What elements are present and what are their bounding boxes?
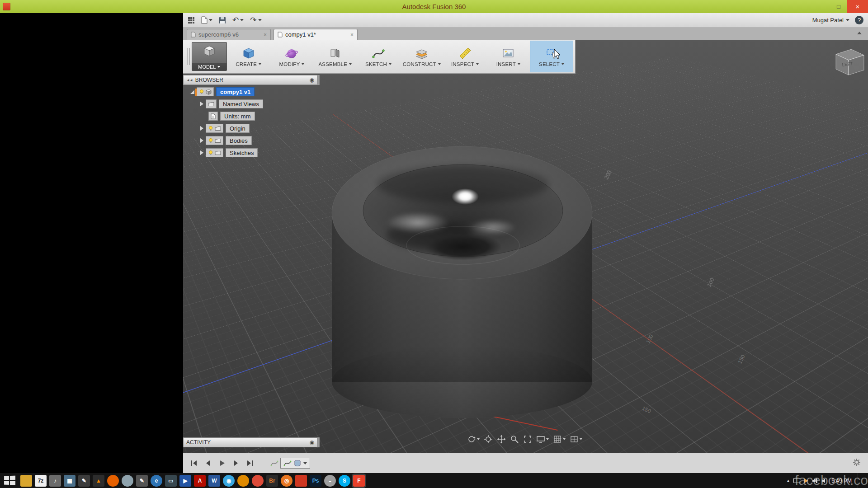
taskbar-icon-photo-viewer[interactable]: ▦ bbox=[64, 475, 75, 487]
ribbon-inspect[interactable]: INSPECT bbox=[443, 41, 487, 72]
taskbar-icon-fusion-360[interactable]: F bbox=[353, 475, 365, 487]
panel-options-icon[interactable]: ◉ bbox=[310, 77, 314, 83]
taskbar-icon-screen-recorder[interactable]: ▭ bbox=[165, 475, 177, 487]
step-forward-button[interactable] bbox=[231, 458, 241, 469]
taskbar-icon-chrome[interactable] bbox=[252, 475, 264, 487]
model-body-cylinder[interactable] bbox=[183, 40, 744, 446]
ribbon-construct[interactable]: CONSTRUCT bbox=[400, 41, 443, 72]
skip-start-button[interactable] bbox=[189, 458, 199, 469]
redo-icon[interactable]: ↷ bbox=[250, 16, 261, 24]
taskbar-icon-photoshop[interactable]: Ps bbox=[310, 475, 321, 487]
taskbar-icon-7zip[interactable]: 7z bbox=[35, 475, 47, 487]
timeline-feature-sketch-2[interactable] bbox=[283, 459, 292, 467]
browser-item-label[interactable]: compy1 v1 bbox=[216, 87, 255, 96]
play-button[interactable] bbox=[217, 458, 227, 469]
taskbar-icon-adobe-reader[interactable]: A bbox=[194, 475, 206, 487]
grid-settings-icon[interactable] bbox=[553, 435, 566, 444]
expand-arrow-icon[interactable] bbox=[200, 150, 203, 155]
browser-item-label[interactable]: Named Views bbox=[219, 99, 263, 108]
step-back-button[interactable] bbox=[203, 458, 213, 469]
browser-item-bodies[interactable]: Bodies bbox=[200, 136, 252, 145]
panel-grip[interactable] bbox=[317, 437, 319, 447]
taskbar-icon-volume-mixer[interactable]: ♪ bbox=[49, 475, 61, 487]
ribbon-modify[interactable]: MODIFY bbox=[270, 41, 314, 72]
ribbon-assemble[interactable]: ASSEMBLE bbox=[313, 41, 357, 72]
document-tab-compy1[interactable]: compy1 v1* × bbox=[274, 29, 358, 40]
taskbar-icon-firefox[interactable] bbox=[107, 475, 119, 487]
taskbar-icon-pen-tool[interactable]: ✎ bbox=[136, 475, 148, 487]
undo-icon[interactable]: ↶ bbox=[232, 16, 244, 24]
undo-dropdown-icon[interactable] bbox=[240, 19, 244, 21]
taskbar-icon-red-app[interactable] bbox=[295, 475, 307, 487]
user-menu[interactable]: Mugat Patel bbox=[812, 17, 849, 23]
ribbon-select[interactable]: SELECT bbox=[530, 41, 573, 72]
save-icon[interactable] bbox=[219, 17, 226, 24]
expand-arrow-icon[interactable] bbox=[190, 90, 194, 94]
taskbar-icon-steam[interactable]: ◒ bbox=[324, 475, 336, 487]
taskbar-icon-browser-compass[interactable]: ◉ bbox=[223, 475, 235, 487]
collapse-panel-icon[interactable]: ◄◄ bbox=[186, 78, 193, 82]
taskbar-icon-amber-app[interactable] bbox=[237, 475, 249, 487]
activity-panel-header[interactable]: ACTIVITY ◉ bbox=[183, 437, 320, 447]
orbit-icon[interactable] bbox=[467, 435, 480, 444]
browser-item-label[interactable]: Bodies bbox=[226, 136, 252, 145]
timeline-group-dropdown-icon[interactable] bbox=[303, 462, 307, 465]
workspace-switcher[interactable]: MODEL bbox=[192, 42, 227, 71]
expand-arrow-icon[interactable] bbox=[200, 138, 203, 143]
browser-item-units[interactable]: Units: mm bbox=[208, 111, 255, 121]
panel-options-icon[interactable]: ◉ bbox=[310, 439, 314, 446]
lightbulb-icon[interactable] bbox=[199, 89, 204, 94]
redo-dropdown-icon[interactable] bbox=[258, 19, 262, 21]
expand-arrow-icon[interactable] bbox=[200, 102, 203, 106]
ribbon-insert[interactable]: INSERT bbox=[486, 41, 530, 72]
skip-end-button[interactable] bbox=[245, 458, 255, 469]
lightbulb-icon[interactable] bbox=[208, 150, 213, 155]
lightbulb-icon[interactable] bbox=[208, 138, 213, 143]
file-menu-dropdown-icon[interactable] bbox=[209, 19, 212, 21]
taskbar-icon-word[interactable]: W bbox=[208, 475, 220, 487]
taskbar-icon-internet-explorer[interactable]: e bbox=[151, 475, 162, 487]
lightbulb-icon[interactable] bbox=[208, 126, 213, 131]
look-at-icon[interactable] bbox=[484, 435, 493, 444]
zoom-icon[interactable] bbox=[510, 435, 519, 444]
file-menu-icon[interactable] bbox=[201, 16, 212, 24]
app-grid-icon[interactable] bbox=[188, 17, 195, 24]
browser-item-label[interactable]: Origin bbox=[226, 124, 250, 133]
timeline-feature-sketch[interactable] bbox=[270, 459, 278, 467]
viewports-icon[interactable] bbox=[570, 435, 582, 444]
help-icon[interactable]: ? bbox=[855, 16, 863, 24]
pan-icon[interactable] bbox=[497, 435, 506, 444]
browser-item-label[interactable]: Sketches bbox=[226, 148, 258, 157]
browser-item-label[interactable]: Units: mm bbox=[220, 112, 255, 121]
fit-icon[interactable] bbox=[523, 435, 532, 444]
browser-item-origin[interactable]: Origin bbox=[200, 123, 250, 133]
taskbar-icon-media-player[interactable]: ▶ bbox=[179, 475, 191, 487]
browser-item-named-views[interactable]: Named Views bbox=[200, 99, 263, 109]
expand-arrow-icon[interactable] bbox=[200, 126, 203, 131]
toolbar-grip[interactable] bbox=[187, 48, 190, 65]
timeline-settings-gear[interactable] bbox=[853, 458, 861, 468]
ribbon-sketch[interactable]: SKETCH bbox=[357, 41, 400, 72]
taskbar-icon-paint[interactable] bbox=[122, 475, 133, 487]
collapse-toolbar-icon[interactable] bbox=[857, 32, 862, 34]
taskbar-icon-file-explorer[interactable] bbox=[20, 475, 32, 487]
panel-grip[interactable] bbox=[317, 75, 319, 85]
taskbar-icon-vlc[interactable]: ▲ bbox=[93, 475, 104, 487]
browser-item-sketches[interactable]: Sketches bbox=[200, 148, 258, 158]
timeline-selection-box[interactable] bbox=[280, 458, 310, 469]
tray-hidden-icons[interactable]: ▴ bbox=[787, 478, 790, 483]
taskbar-icon-skype[interactable]: S bbox=[339, 475, 350, 487]
taskbar-icon-camera-app[interactable]: ◎ bbox=[281, 475, 292, 487]
document-tab-supercomp6[interactable]: supercomp6 v6 × bbox=[187, 29, 271, 40]
tab-close-icon[interactable]: × bbox=[264, 32, 267, 38]
user-dropdown-icon[interactable] bbox=[846, 19, 849, 21]
taskbar-icon-bridge[interactable]: Br bbox=[266, 475, 278, 487]
browser-panel-header[interactable]: ◄◄ BROWSER ◉ bbox=[183, 75, 320, 85]
ribbon-create[interactable]: CREATE bbox=[227, 41, 270, 72]
view-cube[interactable]: LEFT bbox=[829, 45, 867, 83]
tab-close-icon[interactable]: × bbox=[350, 32, 354, 38]
timeline-feature-revolve[interactable] bbox=[293, 459, 302, 467]
browser-item-root[interactable]: compy1 v1 bbox=[190, 87, 255, 97]
display-settings-icon[interactable] bbox=[536, 435, 549, 444]
start-button[interactable] bbox=[4, 475, 17, 486]
